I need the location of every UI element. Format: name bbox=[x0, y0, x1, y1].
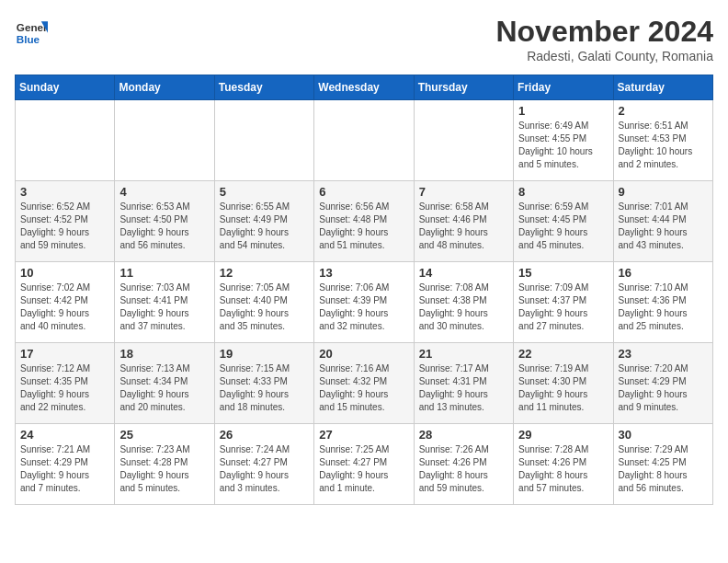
day-number: 28 bbox=[419, 428, 508, 442]
day-info: Sunrise: 7:16 AM Sunset: 4:32 PM Dayligh… bbox=[319, 362, 408, 414]
day-info: Sunrise: 7:29 AM Sunset: 4:25 PM Dayligh… bbox=[619, 443, 708, 495]
day-cell: 26Sunrise: 7:24 AM Sunset: 4:27 PM Dayli… bbox=[214, 424, 313, 505]
day-cell: 25Sunrise: 7:23 AM Sunset: 4:28 PM Dayli… bbox=[115, 424, 214, 505]
header-day-tuesday: Tuesday bbox=[214, 75, 313, 100]
day-info: Sunrise: 6:59 AM Sunset: 4:45 PM Dayligh… bbox=[518, 201, 608, 252]
week-row-5: 24Sunrise: 7:21 AM Sunset: 4:29 PM Dayli… bbox=[16, 424, 713, 505]
day-number: 15 bbox=[518, 266, 608, 280]
week-row-3: 10Sunrise: 7:02 AM Sunset: 4:42 PM Dayli… bbox=[16, 262, 713, 343]
day-number: 20 bbox=[319, 347, 408, 361]
day-number: 6 bbox=[319, 185, 408, 199]
day-number: 7 bbox=[419, 185, 508, 199]
day-info: Sunrise: 7:10 AM Sunset: 4:36 PM Dayligh… bbox=[619, 282, 708, 333]
day-cell: 8Sunrise: 6:59 AM Sunset: 4:45 PM Daylig… bbox=[514, 181, 613, 262]
day-cell bbox=[314, 100, 414, 181]
week-row-1: 1Sunrise: 6:49 AM Sunset: 4:55 PM Daylig… bbox=[16, 100, 713, 181]
day-cell: 21Sunrise: 7:17 AM Sunset: 4:31 PM Dayli… bbox=[414, 343, 513, 424]
day-info: Sunrise: 7:02 AM Sunset: 4:42 PM Dayligh… bbox=[20, 282, 109, 333]
day-number: 11 bbox=[119, 266, 209, 280]
day-number: 18 bbox=[119, 347, 209, 361]
day-number: 1 bbox=[518, 104, 608, 118]
day-cell bbox=[414, 100, 513, 181]
day-cell: 23Sunrise: 7:20 AM Sunset: 4:29 PM Dayli… bbox=[613, 343, 712, 424]
day-number: 25 bbox=[119, 428, 209, 442]
week-row-2: 3Sunrise: 6:52 AM Sunset: 4:52 PM Daylig… bbox=[16, 181, 713, 262]
day-info: Sunrise: 7:26 AM Sunset: 4:26 PM Dayligh… bbox=[419, 443, 508, 495]
header-day-saturday: Saturday bbox=[613, 75, 712, 100]
day-number: 14 bbox=[419, 266, 508, 280]
day-cell: 20Sunrise: 7:16 AM Sunset: 4:32 PM Dayli… bbox=[314, 343, 414, 424]
day-info: Sunrise: 7:25 AM Sunset: 4:27 PM Dayligh… bbox=[319, 443, 408, 495]
day-cell: 19Sunrise: 7:15 AM Sunset: 4:33 PM Dayli… bbox=[214, 343, 313, 424]
day-cell: 28Sunrise: 7:26 AM Sunset: 4:26 PM Dayli… bbox=[414, 424, 513, 505]
day-cell: 6Sunrise: 6:56 AM Sunset: 4:48 PM Daylig… bbox=[314, 181, 414, 262]
day-cell: 9Sunrise: 7:01 AM Sunset: 4:44 PM Daylig… bbox=[613, 181, 712, 262]
day-cell: 3Sunrise: 6:52 AM Sunset: 4:52 PM Daylig… bbox=[16, 181, 115, 262]
day-number: 9 bbox=[619, 185, 708, 199]
day-info: Sunrise: 7:23 AM Sunset: 4:28 PM Dayligh… bbox=[119, 443, 209, 495]
day-info: Sunrise: 7:20 AM Sunset: 4:29 PM Dayligh… bbox=[619, 362, 708, 414]
day-number: 23 bbox=[619, 347, 708, 361]
day-cell: 29Sunrise: 7:28 AM Sunset: 4:26 PM Dayli… bbox=[514, 424, 613, 505]
day-number: 8 bbox=[518, 185, 608, 199]
month-title: November 2024 bbox=[495, 15, 713, 49]
week-row-4: 17Sunrise: 7:12 AM Sunset: 4:35 PM Dayli… bbox=[16, 343, 713, 424]
day-info: Sunrise: 7:28 AM Sunset: 4:26 PM Dayligh… bbox=[518, 443, 608, 495]
day-number: 30 bbox=[619, 428, 708, 442]
day-number: 19 bbox=[220, 347, 309, 361]
day-number: 27 bbox=[319, 428, 408, 442]
title-area: November 2024 Radesti, Galati County, Ro… bbox=[495, 15, 713, 63]
logo: General Blue bbox=[15, 15, 48, 48]
day-cell: 10Sunrise: 7:02 AM Sunset: 4:42 PM Dayli… bbox=[16, 262, 115, 343]
day-info: Sunrise: 7:19 AM Sunset: 4:30 PM Dayligh… bbox=[518, 362, 608, 414]
day-cell: 4Sunrise: 6:53 AM Sunset: 4:50 PM Daylig… bbox=[115, 181, 214, 262]
day-info: Sunrise: 7:24 AM Sunset: 4:27 PM Dayligh… bbox=[220, 443, 309, 495]
day-cell bbox=[214, 100, 313, 181]
day-info: Sunrise: 7:05 AM Sunset: 4:40 PM Dayligh… bbox=[220, 282, 309, 333]
day-number: 24 bbox=[20, 428, 109, 442]
header-day-monday: Monday bbox=[115, 75, 214, 100]
day-info: Sunrise: 7:08 AM Sunset: 4:38 PM Dayligh… bbox=[419, 282, 508, 333]
day-cell: 16Sunrise: 7:10 AM Sunset: 4:36 PM Dayli… bbox=[613, 262, 712, 343]
day-info: Sunrise: 6:51 AM Sunset: 4:53 PM Dayligh… bbox=[619, 120, 708, 171]
day-number: 3 bbox=[20, 185, 109, 199]
day-cell bbox=[115, 100, 214, 181]
header-day-thursday: Thursday bbox=[414, 75, 513, 100]
day-info: Sunrise: 7:09 AM Sunset: 4:37 PM Dayligh… bbox=[518, 282, 608, 333]
location: Radesti, Galati County, Romania bbox=[495, 49, 713, 63]
logo-icon: General Blue bbox=[15, 15, 48, 48]
header-day-friday: Friday bbox=[514, 75, 613, 100]
day-info: Sunrise: 6:56 AM Sunset: 4:48 PM Dayligh… bbox=[319, 201, 408, 252]
day-info: Sunrise: 7:03 AM Sunset: 4:41 PM Dayligh… bbox=[119, 282, 209, 333]
day-info: Sunrise: 7:01 AM Sunset: 4:44 PM Dayligh… bbox=[619, 201, 708, 252]
header: General Blue November 2024 Radesti, Gala… bbox=[15, 15, 713, 63]
day-number: 22 bbox=[518, 347, 608, 361]
day-cell: 2Sunrise: 6:51 AM Sunset: 4:53 PM Daylig… bbox=[613, 100, 712, 181]
day-cell bbox=[16, 100, 115, 181]
day-cell: 22Sunrise: 7:19 AM Sunset: 4:30 PM Dayli… bbox=[514, 343, 613, 424]
day-cell: 5Sunrise: 6:55 AM Sunset: 4:49 PM Daylig… bbox=[214, 181, 313, 262]
day-cell: 18Sunrise: 7:13 AM Sunset: 4:34 PM Dayli… bbox=[115, 343, 214, 424]
day-number: 17 bbox=[20, 347, 109, 361]
day-cell: 15Sunrise: 7:09 AM Sunset: 4:37 PM Dayli… bbox=[514, 262, 613, 343]
calendar-table: SundayMondayTuesdayWednesdayThursdayFrid… bbox=[15, 75, 713, 505]
day-info: Sunrise: 6:52 AM Sunset: 4:52 PM Dayligh… bbox=[20, 201, 109, 252]
day-cell: 13Sunrise: 7:06 AM Sunset: 4:39 PM Dayli… bbox=[314, 262, 414, 343]
day-info: Sunrise: 7:12 AM Sunset: 4:35 PM Dayligh… bbox=[20, 362, 109, 414]
day-info: Sunrise: 7:15 AM Sunset: 4:33 PM Dayligh… bbox=[220, 362, 309, 414]
day-number: 5 bbox=[220, 185, 309, 199]
day-cell: 17Sunrise: 7:12 AM Sunset: 4:35 PM Dayli… bbox=[16, 343, 115, 424]
day-cell: 11Sunrise: 7:03 AM Sunset: 4:41 PM Dayli… bbox=[115, 262, 214, 343]
day-info: Sunrise: 6:49 AM Sunset: 4:55 PM Dayligh… bbox=[518, 120, 608, 171]
header-day-wednesday: Wednesday bbox=[314, 75, 414, 100]
day-info: Sunrise: 6:53 AM Sunset: 4:50 PM Dayligh… bbox=[119, 201, 209, 252]
header-row: SundayMondayTuesdayWednesdayThursdayFrid… bbox=[16, 75, 713, 100]
day-cell: 14Sunrise: 7:08 AM Sunset: 4:38 PM Dayli… bbox=[414, 262, 513, 343]
day-number: 29 bbox=[518, 428, 608, 442]
day-number: 2 bbox=[619, 104, 708, 118]
day-info: Sunrise: 7:17 AM Sunset: 4:31 PM Dayligh… bbox=[419, 362, 508, 414]
header-day-sunday: Sunday bbox=[16, 75, 115, 100]
day-number: 26 bbox=[220, 428, 309, 442]
day-number: 10 bbox=[20, 266, 109, 280]
day-info: Sunrise: 7:06 AM Sunset: 4:39 PM Dayligh… bbox=[319, 282, 408, 333]
